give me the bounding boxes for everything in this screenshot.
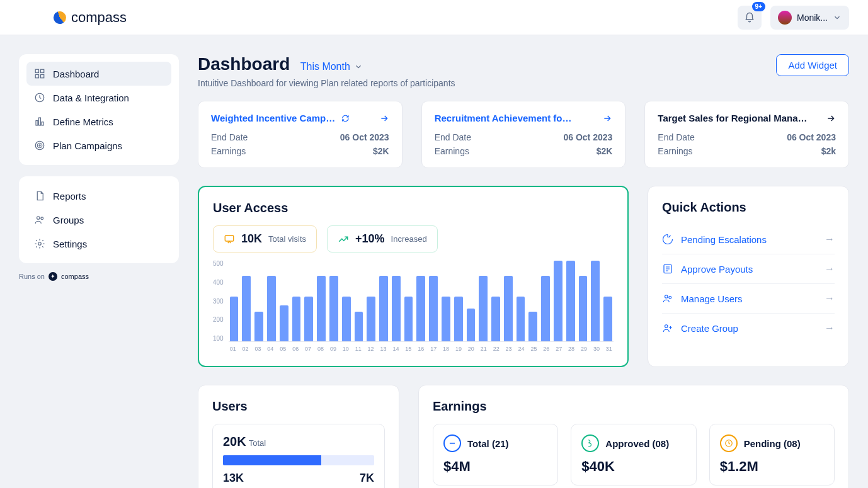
chart-bar[interactable] xyxy=(591,261,600,341)
chart-xtick: 09 xyxy=(329,346,338,352)
chart-bar[interactable] xyxy=(242,276,251,341)
chart-bar[interactable] xyxy=(479,276,488,341)
chart-bar[interactable] xyxy=(304,297,313,341)
earnings-card-label: Approved (08) xyxy=(605,438,669,449)
chart-xtick: 21 xyxy=(479,346,488,352)
chat-icon xyxy=(224,234,235,245)
user-access-row: User Access 10K Total visits +10% Increa… xyxy=(198,186,849,367)
earnings-label: Earnings xyxy=(658,146,692,156)
chart-bar[interactable] xyxy=(429,276,438,341)
quick-action-item[interactable]: Pending Escalations→ xyxy=(662,225,835,254)
brand-name: compass xyxy=(71,9,127,26)
chart-bar[interactable] xyxy=(454,297,463,341)
chart-bar[interactable] xyxy=(280,305,288,341)
chart-bar[interactable] xyxy=(528,312,537,341)
chart-bar[interactable] xyxy=(504,276,513,341)
campaign-title[interactable]: Weighted Incentive Campaigns xyxy=(211,113,350,123)
chart-xtick: 14 xyxy=(391,346,400,352)
chart-xtick: 10 xyxy=(341,346,350,352)
svg-point-9 xyxy=(37,143,42,148)
chart-bar[interactable] xyxy=(367,297,375,341)
chart-bar[interactable] xyxy=(554,261,562,341)
svg-rect-5 xyxy=(36,121,38,126)
chart-bar[interactable] xyxy=(292,297,301,341)
chart-bar[interactable] xyxy=(517,297,525,341)
quick-action-item[interactable]: Manage Users→ xyxy=(662,284,835,314)
runs-on: Runs on ✦ compass xyxy=(19,272,179,281)
quick-action-item[interactable]: Create Group→ xyxy=(662,314,835,343)
quick-action-label: Create Group xyxy=(681,323,738,334)
chart-bar[interactable] xyxy=(392,276,401,341)
chart-bar[interactable] xyxy=(342,297,351,341)
runs-on-label: Runs on xyxy=(19,273,45,280)
users-total-label: Total xyxy=(249,438,266,448)
chart-xtick: 18 xyxy=(442,346,450,352)
chart-bar[interactable] xyxy=(416,276,425,341)
chart-yaxis: 500400300200100 xyxy=(213,260,224,342)
svg-point-17 xyxy=(669,297,671,299)
period-selector[interactable]: This Month xyxy=(300,61,363,72)
earnings-status-icon xyxy=(443,434,461,452)
chart-xtick: 23 xyxy=(505,346,513,352)
chart-bar[interactable] xyxy=(442,297,450,341)
earnings-panel: Earnings Total (21)$4MApproved (08)$40KP… xyxy=(418,385,849,488)
chart-bar[interactable] xyxy=(404,297,413,341)
sidebar-item-reports[interactable]: Reports xyxy=(26,184,171,208)
runs-on-brand: compass xyxy=(61,273,89,280)
chart-bar[interactable] xyxy=(379,276,388,341)
chart-bar[interactable] xyxy=(603,297,612,341)
quick-action-icon xyxy=(662,263,673,275)
chart-bar[interactable] xyxy=(467,309,476,341)
svg-rect-6 xyxy=(39,118,41,125)
panel-title: User Access xyxy=(213,201,614,215)
svg-rect-14 xyxy=(225,235,234,241)
arrow-right-icon: → xyxy=(825,263,835,275)
chart-xtick: 05 xyxy=(278,346,287,352)
earnings-amount: $40K xyxy=(581,458,685,475)
quick-action-item[interactable]: Approve Payouts→ xyxy=(662,254,835,284)
chart-bar[interactable] xyxy=(566,261,575,341)
add-widget-button[interactable]: Add Widget xyxy=(776,54,849,76)
chart-xtick: 25 xyxy=(529,346,538,352)
arrow-right-icon[interactable] xyxy=(826,113,836,123)
sidebar-label: Data & Integration xyxy=(53,93,129,103)
chart-bar[interactable] xyxy=(355,312,363,341)
increase-label: Increased xyxy=(391,234,427,244)
chart-bar[interactable] xyxy=(254,312,263,341)
sidebar-item-dashboard[interactable]: Dashboard xyxy=(26,62,171,86)
chart-bar[interactable] xyxy=(317,276,326,341)
arrow-right-icon: → xyxy=(825,293,835,304)
campaign-title[interactable]: Recruitment Achievement for OND... xyxy=(435,113,573,123)
chart-bar[interactable] xyxy=(329,276,338,341)
campaign-title[interactable]: Target Sales for Regional Managers xyxy=(658,113,809,123)
sidebar-label: Plan Campaigns xyxy=(53,140,122,151)
target-icon xyxy=(34,140,45,151)
sidebar: Dashboard Data & Integration Define Metr… xyxy=(19,54,179,281)
chart-bar[interactable] xyxy=(491,297,500,341)
chart-bar[interactable] xyxy=(579,276,588,341)
quick-action-label: Approve Payouts xyxy=(681,264,753,275)
user-menu[interactable]: Monik... xyxy=(770,6,849,30)
logo-mark-icon xyxy=(52,9,68,26)
arrow-right-icon[interactable] xyxy=(379,113,389,123)
sidebar-item-groups[interactable]: Groups xyxy=(26,208,171,232)
user-name: Monik... xyxy=(797,13,828,23)
earnings-status-icon xyxy=(720,434,738,452)
panel-title: Quick Actions xyxy=(662,200,835,215)
sidebar-item-data-integration[interactable]: Data & Integration xyxy=(26,86,171,110)
chart-xtick: 12 xyxy=(367,346,375,352)
logo[interactable]: compass xyxy=(54,9,127,26)
sidebar-item-define-metrics[interactable]: Define Metrics xyxy=(26,110,171,133)
chart-bar[interactable] xyxy=(267,276,276,341)
chart-bar[interactable] xyxy=(541,276,550,341)
quick-actions-list: Pending Escalations→Approve Payouts→Mana… xyxy=(662,225,835,343)
sidebar-item-plan-campaigns[interactable]: Plan Campaigns xyxy=(26,133,171,157)
chart-bar[interactable] xyxy=(230,297,239,341)
sidebar-label: Reports xyxy=(53,191,86,201)
notifications-button[interactable]: 9+ xyxy=(738,6,762,30)
sidebar-item-settings[interactable]: Settings xyxy=(26,232,171,256)
grid-icon xyxy=(34,68,45,79)
chart-bars xyxy=(229,260,614,342)
users-icon xyxy=(34,214,45,225)
arrow-right-icon[interactable] xyxy=(602,113,612,123)
